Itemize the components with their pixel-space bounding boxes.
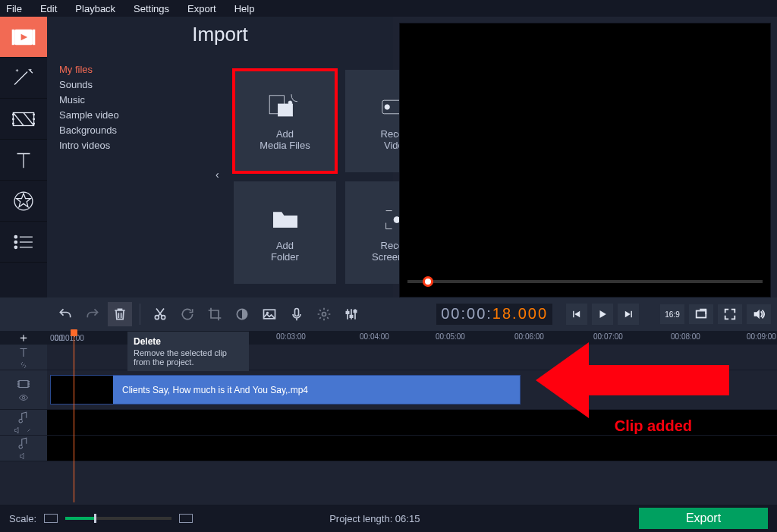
svg-point-22 bbox=[288, 101, 292, 105]
aspect-ratio-button[interactable]: 16:9 bbox=[660, 304, 684, 324]
tab-transitions[interactable] bbox=[0, 99, 47, 140]
status-bar: Scale: Project length: 06:15 Export bbox=[0, 505, 777, 532]
redo-button[interactable] bbox=[80, 302, 105, 326]
media-files-icon bbox=[267, 92, 304, 122]
cat-my-files[interactable]: My files bbox=[59, 62, 176, 77]
menu-help[interactable]: Help bbox=[234, 3, 255, 14]
detach-preview-button[interactable] bbox=[689, 304, 713, 324]
video-clip[interactable]: Clients Say, How much is it And You Say,… bbox=[50, 375, 521, 405]
crop-button[interactable] bbox=[203, 302, 227, 326]
tab-stickers[interactable] bbox=[0, 181, 47, 222]
menu-settings[interactable]: Settings bbox=[134, 3, 169, 14]
clip-filename: Clients Say, How much is it And You Say,… bbox=[122, 385, 308, 395]
music-note-icon bbox=[17, 411, 30, 424]
menu-edit[interactable]: Edit bbox=[40, 3, 57, 14]
image-button[interactable] bbox=[257, 302, 282, 326]
svg-line-6 bbox=[24, 112, 34, 125]
add-track-button[interactable]: ＋ bbox=[0, 331, 47, 345]
editor-toolbar: 00:00:18.000 16:9 bbox=[0, 297, 777, 331]
menu-playback[interactable]: Playback bbox=[75, 3, 115, 14]
svg-point-18 bbox=[14, 246, 17, 248]
mic-button[interactable] bbox=[285, 302, 309, 326]
svg-point-47 bbox=[18, 386, 20, 387]
tile-add-folder[interactable]: AddFolder bbox=[234, 181, 336, 284]
svg-marker-43 bbox=[754, 310, 760, 320]
svg-rect-3 bbox=[33, 29, 35, 44]
volume-button[interactable] bbox=[747, 304, 771, 324]
folder-icon bbox=[267, 203, 304, 234]
svg-rect-36 bbox=[354, 310, 356, 313]
color-adjust-button[interactable] bbox=[230, 302, 254, 326]
music-note-icon bbox=[17, 436, 30, 450]
cat-sounds[interactable]: Sounds bbox=[59, 77, 176, 93]
cut-button[interactable] bbox=[148, 302, 172, 326]
tile-add-media[interactable]: AddMedia Files bbox=[234, 70, 336, 172]
svg-rect-34 bbox=[346, 312, 348, 314]
svg-point-16 bbox=[14, 241, 17, 243]
tab-more[interactable] bbox=[0, 222, 47, 263]
settings-button[interactable] bbox=[312, 302, 336, 326]
zoom-out-icon[interactable] bbox=[44, 514, 58, 523]
preview-scrubber[interactable] bbox=[407, 280, 763, 283]
svg-point-14 bbox=[14, 235, 17, 238]
zoom-in-icon[interactable] bbox=[179, 514, 193, 523]
svg-marker-41 bbox=[625, 311, 631, 317]
svg-marker-38 bbox=[574, 311, 580, 317]
link-icon[interactable] bbox=[24, 426, 33, 435]
zoom-slider[interactable] bbox=[65, 517, 171, 520]
delete-button[interactable] bbox=[108, 302, 132, 326]
delete-tooltip: Delete Remove the selected clip from the… bbox=[127, 332, 249, 371]
tab-titles[interactable] bbox=[0, 140, 47, 181]
svg-line-5 bbox=[13, 112, 24, 125]
export-button[interactable]: Export bbox=[639, 508, 768, 529]
scrubber-knob[interactable] bbox=[423, 276, 433, 287]
equalizer-button[interactable] bbox=[339, 302, 363, 326]
import-panel: Import My files Sounds Music Sample vide… bbox=[47, 17, 393, 297]
next-button[interactable] bbox=[618, 304, 639, 325]
tab-filters[interactable] bbox=[0, 58, 47, 99]
svg-point-48 bbox=[28, 381, 30, 382]
svg-point-25 bbox=[385, 104, 389, 109]
import-title: Import bbox=[47, 23, 393, 46]
left-toolbar bbox=[0, 17, 47, 297]
play-button[interactable] bbox=[592, 304, 613, 325]
prev-button[interactable] bbox=[566, 304, 587, 325]
scale-label: Scale: bbox=[9, 513, 36, 524]
svg-point-49 bbox=[28, 383, 30, 385]
annotation-arrow-icon bbox=[536, 338, 733, 422]
video-track-icon bbox=[17, 377, 30, 391]
speaker-icon[interactable] bbox=[14, 426, 23, 435]
svg-rect-2 bbox=[12, 29, 14, 44]
svg-marker-53 bbox=[20, 453, 24, 459]
import-categories: My files Sounds Music Sample video Backg… bbox=[47, 53, 176, 297]
cat-music[interactable]: Music bbox=[59, 93, 176, 108]
rotate-button[interactable] bbox=[175, 302, 200, 326]
title-track-icon bbox=[17, 345, 30, 359]
svg-point-45 bbox=[18, 381, 20, 382]
cat-backgrounds[interactable]: Backgrounds bbox=[59, 123, 176, 138]
speaker-icon[interactable] bbox=[19, 452, 28, 461]
annotation-label: Clip added bbox=[615, 417, 692, 435]
svg-marker-52 bbox=[15, 427, 19, 433]
svg-marker-54 bbox=[536, 342, 729, 418]
timecode-display: 00:00:18.000 bbox=[436, 304, 552, 325]
cat-sample-video[interactable]: Sample video bbox=[59, 108, 176, 123]
collapse-panel-icon[interactable]: ‹ bbox=[215, 168, 219, 181]
eye-icon[interactable] bbox=[18, 392, 29, 403]
track-music bbox=[0, 436, 777, 461]
undo-button[interactable] bbox=[53, 302, 77, 326]
menu-bar: File Edit Playback Settings Export Help bbox=[0, 0, 777, 17]
svg-point-51 bbox=[22, 396, 25, 399]
playhead[interactable] bbox=[74, 331, 74, 502]
svg-rect-42 bbox=[697, 311, 706, 318]
preview-window bbox=[399, 23, 771, 297]
link-icon[interactable] bbox=[19, 360, 28, 370]
tab-import[interactable] bbox=[0, 17, 47, 58]
cat-intro-videos[interactable]: Intro videos bbox=[59, 138, 176, 153]
menu-export[interactable]: Export bbox=[187, 3, 216, 14]
svg-rect-37 bbox=[573, 311, 574, 317]
menu-file[interactable]: File bbox=[6, 3, 22, 14]
svg-marker-39 bbox=[600, 310, 606, 318]
fullscreen-button[interactable] bbox=[718, 304, 742, 324]
svg-point-13 bbox=[14, 192, 33, 210]
